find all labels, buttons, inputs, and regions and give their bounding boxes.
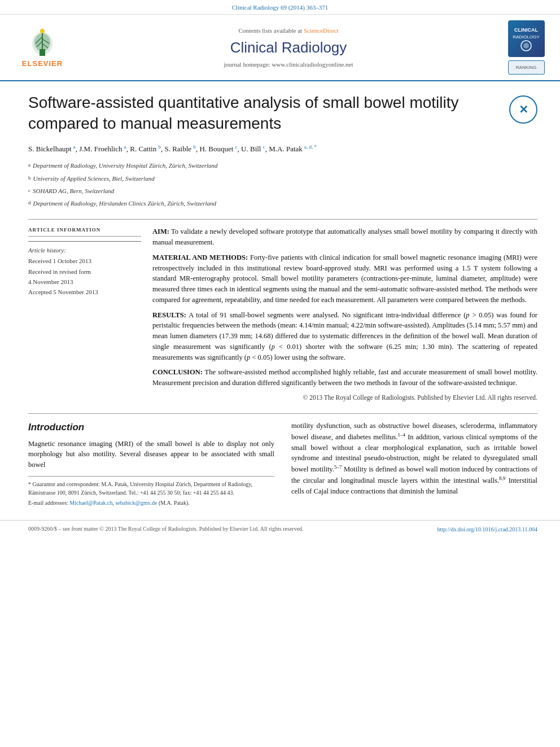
info-divider	[28, 241, 141, 242]
journal-homepage: journal homepage: www.clinicalradiologyo…	[79, 60, 498, 69]
doi-link[interactable]: http://dx.doi.org/10.1016/j.crad.2013.11…	[438, 526, 538, 532]
history-item-3: 4 November 2013	[28, 278, 141, 286]
introduction-heading: Introduction	[28, 421, 274, 434]
abstract-aim: AIM: To validate a newly developed softw…	[152, 226, 537, 248]
article-title-section: Software-assisted quantitative analysis …	[28, 93, 537, 134]
sciencedirect-link[interactable]: ScienceDirect	[304, 27, 339, 34]
journal-reference: Clinical Radiology 69 (2014) 363–371	[0, 0, 560, 15]
ref-5-7: 5–7	[334, 464, 342, 470]
affiliations: a Department of Radiology, University Ho…	[28, 161, 537, 210]
article-title: Software-assisted quantitative analysis …	[28, 93, 498, 134]
badge-sub: RADIOLOGY	[513, 34, 540, 40]
intro-left-column: Introduction Magnetic resonance imaging …	[28, 421, 277, 509]
footnote-area: * Guarantor and correspondent: M.A. Pata…	[28, 476, 274, 507]
affiliation-c: c SOHARD AG, Bern, Switzerland	[28, 186, 537, 198]
badge-icon	[518, 40, 535, 51]
divider-1	[28, 219, 537, 220]
article-info-header: ARTICLE INFORMATION	[28, 226, 141, 237]
email-link-1[interactable]: Michael@Patak.ch	[69, 500, 112, 506]
history-item-4: Accepted 5 November 2013	[28, 288, 141, 296]
history-item-1: Received 1 October 2013	[28, 257, 141, 265]
svg-point-10	[523, 43, 529, 49]
ranking-badge: RANKING	[508, 60, 545, 75]
issn-text: 0009-9260/$ – see front matter © 2013 Th…	[28, 525, 304, 533]
intro-paragraph-1: Magnetic resonance imaging (MRI) of the …	[28, 439, 274, 470]
email-link-2[interactable]: sebabick@gmx.de	[115, 500, 157, 506]
intro-paragraph-right-1: motility dysfunction, such as obstructiv…	[291, 421, 537, 497]
contents-line: Contents lists available at ScienceDirec…	[79, 27, 498, 35]
footnote-guarantor: * Guarantor and correspondent: M.A. Pata…	[28, 480, 274, 497]
elsevier-branding: ELSEVIER	[11, 27, 73, 69]
article-history-label: Article history:	[28, 246, 141, 255]
abstract-section: ARTICLE INFORMATION Article history: Rec…	[28, 226, 537, 402]
journal-title-area: Contents lists available at ScienceDirec…	[79, 27, 498, 69]
elsevier-tree-icon	[20, 27, 65, 58]
bottom-bar: 0009-9260/$ – see front matter © 2013 Th…	[0, 520, 560, 538]
journal-header: ELSEVIER Contents lists available at Sci…	[0, 15, 560, 81]
elsevier-logo: ELSEVIER	[20, 27, 65, 69]
abstract-copyright: © 2013 The Royal College of Radiologists…	[152, 393, 537, 402]
abstract-results: RESULTS: A total of 91 small-bowel segme…	[152, 310, 537, 363]
article-body: Software-assisted quantitative analysis …	[0, 81, 560, 520]
journal-badges: CLINICAL RADIOLOGY RANKING	[504, 20, 549, 75]
badge-title: CLINICAL	[514, 27, 538, 34]
svg-point-8	[40, 29, 45, 33]
ref-1-4: 1–4	[398, 432, 406, 438]
history-item-2: Received in revised form	[28, 268, 141, 276]
elsevier-wordmark: ELSEVIER	[22, 59, 63, 69]
crossmark-icon: ✕	[519, 102, 528, 117]
abstract-methods: MATERIAL AND METHODS: Forty-five patient…	[152, 252, 537, 305]
intro-right-column: motility dysfunction, such as obstructiv…	[288, 421, 537, 509]
affiliation-a: a Department of Radiology, University Ho…	[28, 161, 537, 172]
affiliation-d: d Department of Radiology, Hirslanden Cl…	[28, 199, 537, 210]
abstract-panel: AIM: To validate a newly developed softw…	[152, 226, 537, 402]
article-info-panel: ARTICLE INFORMATION Article history: Rec…	[28, 226, 141, 402]
affiliation-b: b University of Applied Sciences, Biel, …	[28, 174, 537, 185]
footnote-email: E-mail addresses: Michael@Patak.ch, seba…	[28, 499, 274, 507]
abstract-conclusion: CONCLUSION: The software-assisted method…	[152, 367, 537, 388]
divider-2	[28, 413, 537, 414]
introduction-section: Introduction Magnetic resonance imaging …	[28, 421, 537, 509]
crossmark-badge[interactable]: ✕	[509, 95, 537, 124]
radiology-icon-badge: CLINICAL RADIOLOGY	[508, 20, 545, 57]
authors-line: S. Bickelhaupt a, J.M. Froehlich a, R. C…	[28, 143, 537, 155]
ref-8-9: 8,9	[499, 475, 505, 481]
journal-title: Clinical Radiology	[79, 37, 498, 58]
